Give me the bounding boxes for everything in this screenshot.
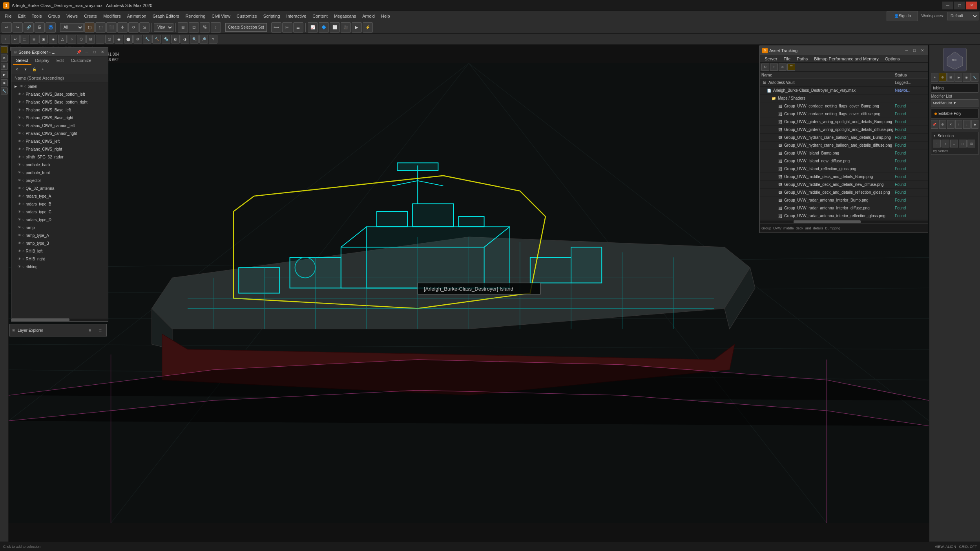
at-menu-server[interactable]: Server	[761, 55, 780, 62]
menu-create[interactable]: Create	[81, 13, 100, 19]
se-tab-edit[interactable]: Edit	[53, 57, 67, 65]
tb2-btn-3[interactable]: ⬚	[20, 35, 29, 44]
layer-explorer-btn2[interactable]: ☰	[96, 327, 104, 334]
tb2-btn-18[interactable]: 🔩	[162, 35, 170, 44]
tb2-btn-9[interactable]: ⬡	[77, 35, 86, 44]
workspaces-dropdown[interactable]: Default	[947, 12, 978, 20]
list-item[interactable]: 👁 ○ radars_type_D	[11, 216, 108, 224]
utilities-panel-button[interactable]: 🔧	[1, 87, 8, 95]
menu-modifiers[interactable]: Modifiers	[100, 13, 124, 19]
at-add-button[interactable]: +	[770, 64, 778, 71]
list-item[interactable]: 👁 ○ Phalanx_CIWS_cannon_right	[11, 129, 108, 137]
list-item[interactable]: 📁 Maps / Shaders	[760, 95, 928, 102]
view-dropdown[interactable]: View	[154, 23, 173, 32]
select-link-button[interactable]: 🔗	[24, 22, 34, 33]
list-item[interactable]: 🏛 Autodesk Vault Logged...	[760, 79, 928, 87]
nav-cube[interactable]: top	[943, 48, 967, 71]
tb2-btn-5[interactable]: ▣	[39, 35, 48, 44]
maximize-button[interactable]: □	[954, 2, 965, 9]
list-item[interactable]: 🖼 Group_UVW_radar_antenna_interior_Bump.…	[760, 196, 928, 204]
menu-group[interactable]: Group	[45, 13, 63, 19]
percent-snap-button[interactable]: %	[200, 22, 210, 33]
list-item[interactable]: 👁 ○ porthole_front	[11, 169, 108, 176]
undo-button[interactable]: ↩	[2, 22, 12, 33]
menu-arnold[interactable]: Arnold	[359, 13, 378, 19]
scene-explorer-pin[interactable]: 📌	[76, 49, 82, 55]
at-max-button[interactable]: □	[911, 47, 918, 54]
window-crossing-button[interactable]: ⬛	[106, 22, 117, 33]
list-item[interactable]: 🖼 Group_UVW_hydrant_crane_balloon_and_de…	[760, 142, 928, 149]
se-lock-btn[interactable]: 🔒	[30, 66, 38, 73]
list-item[interactable]: 👁 ○ RHIB_left	[11, 247, 108, 255]
object-name-input[interactable]	[931, 83, 978, 93]
display-tab-button[interactable]: ◉	[963, 73, 970, 82]
create-panel-button[interactable]: +	[1, 46, 8, 53]
list-item[interactable]: 🖼 Group_UVW_Island_new_diffuse.png Found	[760, 157, 928, 165]
list-item[interactable]: 👁 ○ QE_82_antenna	[11, 184, 108, 192]
list-item[interactable]: 🖼 Group_UVW_middle_deck_and_details_new_…	[760, 181, 928, 189]
menu-file[interactable]: File	[2, 13, 15, 19]
edge-button[interactable]: /	[942, 140, 949, 147]
list-item[interactable]: 🖼 Group_UVW_radar_antenna_interior_diffu…	[760, 204, 928, 212]
menu-civil-view[interactable]: Civil View	[208, 13, 233, 19]
editable-poly-modifier[interactable]: Editable Poly	[933, 111, 976, 116]
list-item[interactable]: 👁 ○ ramp_type_A	[11, 231, 108, 239]
tb2-btn-23[interactable]: ?	[209, 35, 217, 44]
list-item[interactable]: 🖼 Group_UVW_middle_deck_and_details_refl…	[760, 189, 928, 196]
list-item[interactable]: 👁 ○ Phalanx_CIWS_Base_right	[11, 114, 108, 122]
display-panel-button[interactable]: ◉	[1, 79, 8, 86]
at-h-scrollbar[interactable]	[760, 220, 928, 223]
tb2-btn-10[interactable]: ⊡	[86, 35, 95, 44]
at-view-toggle[interactable]: ☰	[787, 64, 795, 71]
select-move-button[interactable]: ✛	[117, 22, 128, 33]
at-menu-paths[interactable]: Paths	[794, 55, 811, 62]
se-add-btn[interactable]: +	[39, 66, 47, 73]
se-scrollbar[interactable]	[11, 318, 108, 321]
menu-interactive[interactable]: Interactive	[283, 13, 310, 19]
menu-content[interactable]: Content	[309, 13, 331, 19]
tb2-btn-7[interactable]: △	[58, 35, 67, 44]
material-editor-button[interactable]: ⬜	[330, 22, 340, 33]
menu-views[interactable]: Views	[63, 13, 81, 19]
motion-tab-button[interactable]: ▶	[955, 73, 962, 82]
modify-tab-button[interactable]: ⚙	[939, 73, 946, 82]
curve-editor-button[interactable]: 📈	[308, 22, 318, 33]
rotate-button[interactable]: ↻	[128, 22, 139, 33]
align-button[interactable]: ⊨	[282, 22, 292, 33]
layer-manager-button[interactable]: ☰	[293, 22, 303, 33]
list-item[interactable]: 👁 ○ Phalanx_CIWS_cannon_left	[11, 122, 108, 129]
list-item[interactable]: 👁 ○ radars_type_A	[11, 192, 108, 200]
list-item[interactable]: 👁 ○ ramp	[11, 224, 108, 231]
tb2-btn-8[interactable]: ○	[68, 35, 76, 44]
move-modifier-down-button[interactable]: ↓	[963, 120, 971, 129]
element-button[interactable]: ⊡	[967, 140, 975, 147]
scene-explorer-list[interactable]: ▶ 👁 ○ panel 👁 ○ Phalanx_CIWS_Base_bottom…	[11, 82, 108, 318]
make-unique-button[interactable]: ◆	[971, 120, 979, 129]
tb2-btn-12[interactable]: ◎	[105, 35, 114, 44]
list-item[interactable]: 👁 ○ Phalanx_CIWS_Base_left	[11, 106, 108, 114]
tb2-btn-6[interactable]: ◈	[49, 35, 57, 44]
menu-customize[interactable]: Customize	[234, 13, 260, 19]
scene-explorer-close[interactable]: ✕	[99, 49, 106, 55]
list-item[interactable]: 👁 ○ porthole_back	[11, 161, 108, 169]
tb2-btn-2[interactable]: ↩	[11, 35, 20, 44]
create-tab-button[interactable]: +	[931, 73, 938, 82]
tb2-btn-19[interactable]: ◐	[171, 35, 180, 44]
list-item[interactable]: 🖼 Group_UVW_cordage_netting_flags_cover_…	[760, 110, 928, 118]
tb2-btn-4[interactable]: ⊞	[30, 35, 38, 44]
create-selection-set-button[interactable]: Create Selection Set	[225, 23, 267, 32]
at-menu-options[interactable]: Options	[882, 55, 903, 62]
tb2-btn-16[interactable]: 🔧	[143, 35, 151, 44]
list-item[interactable]: 🖼 Group_UVW_cordage_netting_flags_cover_…	[760, 102, 928, 110]
configure-modifier-button[interactable]: ⚙	[939, 120, 947, 129]
list-item[interactable]: 🖼 Group_UVW_middle_deck_and_details_Bump…	[760, 173, 928, 181]
list-item[interactable]: 👁 ○ projector	[11, 176, 108, 184]
tb2-btn-1[interactable]: +	[2, 35, 10, 44]
list-item[interactable]: 👁 ○ radars_type_B	[11, 200, 108, 208]
layer-explorer-btn1[interactable]: ⊞	[86, 327, 94, 334]
menu-animation[interactable]: Animation	[124, 13, 150, 19]
poly-button[interactable]: ◻	[959, 140, 967, 147]
menu-scripting[interactable]: Scripting	[260, 13, 283, 19]
tb2-btn-14[interactable]: ⬤	[124, 35, 133, 44]
list-item[interactable]: 👁 ○ Phalanx_CIWS_right	[11, 145, 108, 153]
